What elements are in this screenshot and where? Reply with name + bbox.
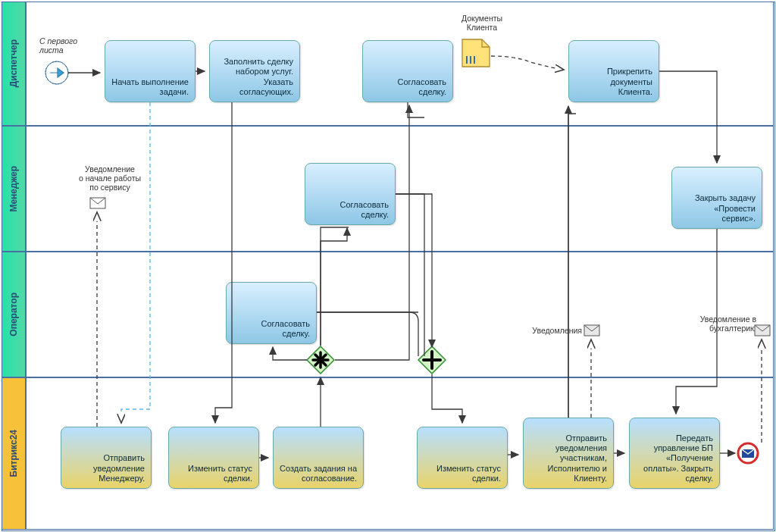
start-label: С первого листа bbox=[39, 36, 100, 55]
notify-participants-label: Уведомления bbox=[514, 326, 582, 335]
lane-title: Менеджер bbox=[8, 166, 19, 212]
complex-gateway bbox=[306, 346, 335, 374]
task-approve-mgr[interactable]: Согласовать сделку. bbox=[305, 163, 396, 225]
lane-header-manager: Менеджер bbox=[2, 126, 26, 252]
document-label: Документы Клиента bbox=[452, 14, 512, 32]
task-notify-manager[interactable]: Отправить уведомление Менеджеру. bbox=[61, 427, 152, 489]
envelope-icon bbox=[754, 324, 771, 338]
task-attach-docs[interactable]: Прикрепить документы Клиента. bbox=[568, 40, 659, 102]
task-change-status-1[interactable]: Изменить статус сделки. bbox=[168, 427, 259, 489]
lane-header-operator: Оператор bbox=[2, 252, 26, 377]
task-fill-deal[interactable]: Заполнить сделку набором услуг. Указать … bbox=[209, 40, 300, 102]
lane-title: Оператор bbox=[8, 293, 19, 336]
task-close-service[interactable]: Закрыть задачу «Провести сервис». bbox=[671, 167, 762, 229]
task-change-status-2[interactable]: Изменить статус сделки. bbox=[417, 427, 508, 489]
notify-accounting-label: Уведомление в бухгалтерию bbox=[673, 315, 756, 333]
envelope-icon bbox=[584, 324, 600, 338]
lane-title: Битрикс24 bbox=[8, 430, 19, 477]
task-start[interactable]: Начать выполнение задачи. bbox=[105, 40, 196, 102]
task-approve-disp[interactable]: Согласовать сделку. bbox=[362, 40, 453, 102]
lane-body-operator bbox=[26, 252, 774, 377]
parallel-gateway bbox=[418, 346, 446, 374]
task-approve-op[interactable]: Согласовать сделку. bbox=[226, 282, 317, 344]
lane-header-bitrix24: Битрикс24 bbox=[2, 377, 26, 530]
lane-title: Диспетчер bbox=[8, 39, 19, 87]
task-send-notify[interactable]: Отправить уведомления участникам, Исполн… bbox=[523, 418, 614, 489]
lane-header-dispatcher: Диспетчер bbox=[2, 2, 26, 126]
envelope-icon bbox=[89, 197, 106, 211]
task-create-approval[interactable]: Создать задания на согласование. bbox=[273, 427, 364, 489]
notify-start-label: Уведомление о начале работы по сервису bbox=[64, 164, 155, 192]
task-transfer-bp[interactable]: Передать управление БП «Получение оплаты… bbox=[629, 418, 720, 489]
